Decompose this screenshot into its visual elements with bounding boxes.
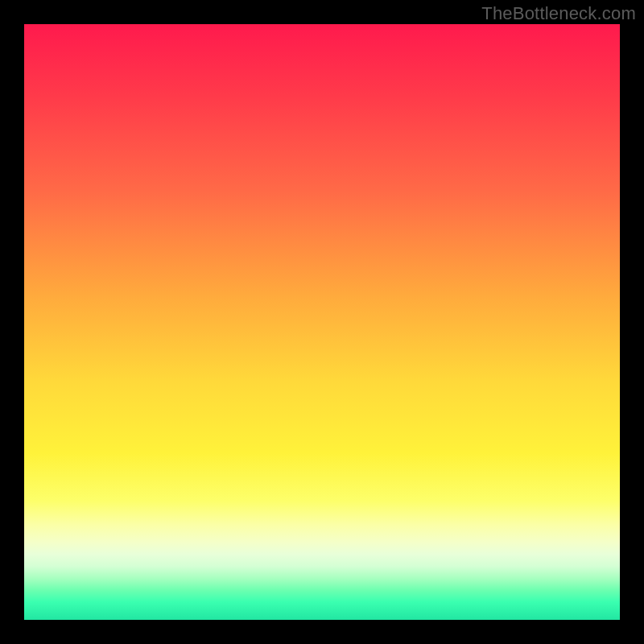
gradient-background — [24, 24, 620, 620]
plot-area — [24, 24, 620, 620]
chart-frame: TheBottleneck.com — [0, 0, 644, 644]
watermark-text: TheBottleneck.com — [481, 3, 636, 24]
